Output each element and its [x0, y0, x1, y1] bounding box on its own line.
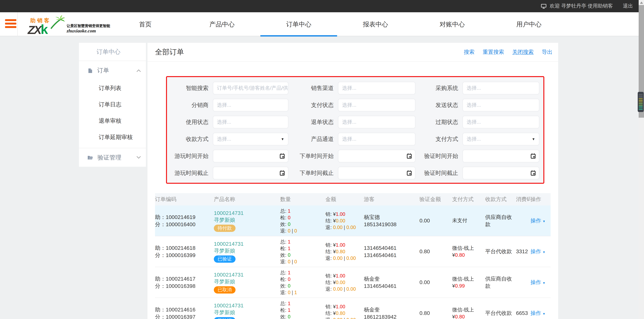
nav-tab-products[interactable]: 产品中心 — [184, 12, 260, 36]
brand-logo: 助销客 ZXk 让景区智慧营销变得更智能 zhuxiaoke.com — [28, 15, 110, 35]
nav-tab-orders[interactable]: 订单中心 — [260, 12, 337, 36]
send-status-input[interactable]: 选择... — [462, 99, 539, 111]
cell-pay-method: 微信-线上 ¥0.80 — [452, 245, 485, 258]
field-label-use-status: 使用状态 — [173, 118, 213, 126]
qty-checked: 0 — [288, 215, 290, 220]
qty-label: 总: — [280, 270, 286, 275]
pay-status-input[interactable]: 选择... — [338, 99, 416, 111]
caret-down-icon: ▼ — [542, 220, 546, 223]
amt-refund-b: 0.00 — [346, 317, 356, 319]
expire-status-input[interactable]: 选择... — [462, 116, 539, 128]
currency: ¥ — [452, 252, 455, 257]
purchase-system-input[interactable]: 选择... — [462, 82, 539, 94]
scrollbar-up-arrow-icon[interactable] — [640, 2, 643, 4]
qty-label: 总: — [280, 239, 286, 244]
export-button[interactable]: 导出 — [542, 49, 552, 56]
search-button[interactable]: 搜索 — [464, 49, 474, 56]
placeholder-text: 选择... — [342, 119, 356, 125]
sales-channel-input[interactable]: 选择... — [338, 82, 416, 94]
scrollbar-extension-marker[interactable] — [638, 92, 644, 112]
play-time-start-input[interactable] — [213, 150, 288, 162]
distributor-input[interactable]: 选择... — [213, 99, 288, 111]
pay-method-name: 微信-线上 — [452, 276, 485, 282]
row-action-button[interactable]: 操作▼ — [530, 217, 550, 224]
nav-tab-reconciliation[interactable]: 对账中心 — [414, 12, 490, 36]
order-code-fen: 1000016398 — [166, 283, 196, 289]
qty-label: 退: — [280, 289, 286, 295]
guest-phone: 13146540461 — [364, 244, 420, 251]
code-prefix: 助： — [155, 214, 166, 220]
row-action-button[interactable]: 操作▼ — [530, 279, 550, 286]
header-divider — [17, 12, 18, 36]
amt-label: 结: — [326, 280, 332, 285]
row-action-button[interactable]: 操作▼ — [530, 309, 550, 317]
nav-tab-reports[interactable]: 报表中心 — [337, 12, 414, 36]
sidebar-item-order-list[interactable]: 订单列表 — [79, 80, 146, 96]
calendar-icon — [280, 170, 285, 176]
qty-label: 效: — [280, 221, 286, 227]
order-time-start-input[interactable] — [338, 150, 416, 162]
product-name: 寻梦新娘 — [214, 217, 280, 223]
guest-name: 杨金奎 — [364, 306, 420, 313]
pay-method-name: 微信-线上 — [452, 245, 485, 251]
field-label-refund-status: 退单状态 — [288, 118, 338, 126]
product-id-link[interactable]: 1000214731 — [214, 271, 280, 278]
order-code-fen: 1000016399 — [166, 252, 196, 258]
caret-down-icon: ▼ — [542, 250, 546, 254]
amt-refund-a: 0.00 — [333, 317, 342, 319]
reset-search-button[interactable]: 重置搜索 — [483, 49, 504, 56]
product-id-link[interactable]: 1000214731 — [214, 210, 280, 217]
order-code-zhu: 1000214616 — [166, 306, 196, 312]
currency: ¥ — [333, 310, 336, 316]
amt-label: 退: — [326, 255, 332, 261]
nav-tab-home[interactable]: 首页 — [107, 12, 184, 36]
sidebar-group-verification[interactable]: 验证管理 — [79, 148, 146, 167]
amt-label: 销: — [326, 304, 332, 309]
product-channel-input[interactable]: 选择... — [338, 133, 416, 145]
product-id-link[interactable]: 1000214731 — [214, 240, 280, 247]
col-order-code: 订单编码 — [155, 196, 214, 203]
sidebar-group-label: 订单 — [97, 66, 136, 75]
order-time-end-input[interactable] — [338, 167, 416, 179]
scrollbar[interactable] — [639, 0, 644, 319]
qty-label: 检: — [280, 276, 286, 282]
field-label-send-status: 发送状态 — [416, 101, 462, 109]
amt-label: 结: — [326, 310, 332, 316]
row-action-button[interactable]: 操作▼ — [530, 248, 550, 255]
sidebar-item-refund-review[interactable]: 退单审核 — [79, 113, 146, 129]
amt-sale: 1.00 — [336, 273, 345, 278]
orders-table: 订单编码 产品名称 数量 金额 游客 验证金额 支付方式 收款方式 消费码 操作… — [155, 193, 550, 319]
sidebar-item-order-log[interactable]: 订单日志 — [79, 96, 146, 113]
smart-search-input[interactable]: 订单号/手机号/游客姓名/产品/供应商 — [213, 82, 288, 94]
sidebar-item-order-extension-review[interactable]: 订单延期审核 — [79, 129, 146, 145]
qty-valid: 0 — [288, 221, 290, 227]
topbar-account-area: 欢迎 寻梦牡丹亭 使用助销客 退出 — [541, 3, 633, 10]
pay-method-select[interactable]: 选择...▼ — [462, 133, 539, 145]
search-filter-panel: 智能搜索 订单号/手机号/游客姓名/产品/供应商 销售渠道 选择... 采购系统… — [166, 76, 544, 184]
logout-button[interactable]: 退出 — [623, 3, 633, 10]
col-guest: 游客 — [364, 196, 420, 203]
calendar-icon — [280, 153, 285, 159]
sidebar-group-label: 验证管理 — [98, 153, 136, 162]
chevron-up-icon — [136, 69, 141, 72]
cell-consume-code: 3312 — [516, 248, 530, 255]
menu-toggle-button[interactable] — [5, 19, 17, 29]
qty-refund-b: 1 — [294, 289, 297, 295]
nav-tab-users[interactable]: 用户中心 — [490, 12, 567, 36]
amt-label: 退: — [326, 317, 332, 319]
play-time-end-input[interactable] — [213, 167, 288, 179]
product-id-link[interactable]: 1000214731 — [214, 302, 280, 309]
product-name: 寻梦新娘 — [214, 247, 280, 254]
collect-method-select[interactable]: 选择...▼ — [213, 133, 288, 145]
field-label-order-time-end: 下单时间截止 — [288, 169, 338, 177]
refund-status-input[interactable]: 选择... — [338, 116, 416, 128]
sidebar-group-orders[interactable]: 订单 — [79, 61, 146, 80]
verify-time-end-input[interactable] — [462, 167, 539, 179]
verify-time-start-input[interactable] — [462, 150, 539, 162]
field-label-pay-method: 支付方式 — [416, 135, 462, 143]
close-search-button[interactable]: 关闭搜索 — [512, 49, 534, 56]
currency: ¥ — [333, 242, 336, 248]
monitor-icon — [541, 4, 546, 9]
brand-name-zxk: ZXk — [28, 24, 51, 35]
use-status-input[interactable]: 选择... — [213, 116, 288, 128]
